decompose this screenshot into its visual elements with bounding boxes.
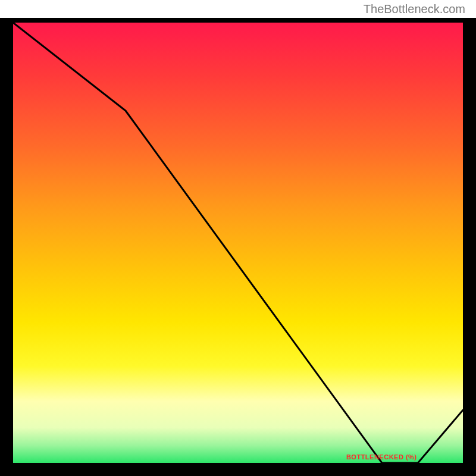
series-label: BOTTLENECKED (%): [346, 453, 417, 461]
plot-area: BOTTLENECKED (%): [13, 23, 463, 463]
frame-border-right: [463, 18, 476, 476]
line-series: [13, 23, 463, 463]
chart-container: TheBottleneck.com BOTTLENECKED (%): [0, 0, 476, 476]
frame-border-bottom: [0, 463, 476, 476]
attribution-text: TheBottleneck.com: [364, 2, 465, 16]
series-path: [13, 23, 463, 463]
frame-border-left: [0, 18, 13, 476]
frame-border-top: [0, 18, 476, 23]
